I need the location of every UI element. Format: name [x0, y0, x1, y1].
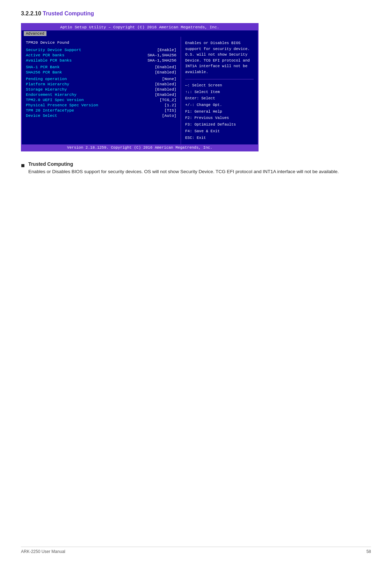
bios-help-text: Enables or Disables BIOS support for sec…	[185, 40, 254, 75]
bios-row-available-pcr[interactable]: Available PCR banks SHA-1,SHA256	[26, 58, 176, 63]
bios-nav-f4: F4: Save & Exit	[185, 128, 254, 135]
bios-nav-change: +/-: Change Opt.	[185, 102, 254, 108]
bios-row-platform-hierarchy[interactable]: Platform Hierarchy [Enabled]	[26, 82, 176, 86]
bios-row-sha1-bank[interactable]: SHA-1 PCR Bank [Enabled]	[26, 65, 176, 69]
bios-nav-f2: F2: Previous Values	[185, 115, 254, 121]
bios-nav-esc: ESC: Exit	[185, 135, 254, 141]
bios-divider	[185, 79, 254, 79]
footer-right: 58	[366, 549, 371, 554]
bios-row-physical-presence[interactable]: Physical Presence Spec Version [1.2]	[26, 103, 176, 107]
bullet-section: ■ Trusted Computing Enables or Disables …	[21, 161, 371, 176]
bios-title-bar: Aptio Setup Utility – Copyright (C) 2016…	[22, 24, 258, 30]
bios-row-endorsement-hierarchy[interactable]: Endorsement Hierarchy [Enabled]	[26, 92, 176, 97]
bullet-icon: ■	[21, 162, 25, 169]
bios-body: TPM20 Device Found Security Device Suppo…	[22, 37, 258, 144]
bios-row-tpm20-interface[interactable]: TPM 20 InterfaceType [TIS]	[26, 108, 176, 113]
bios-nav-f1: F1: General Help	[185, 108, 254, 115]
bios-row-security-device[interactable]: Security Device Support [Enable]	[26, 48, 176, 52]
section-title: Trusted Computing	[43, 10, 94, 16]
page-footer: ARK-2250 User Manual 58	[21, 547, 371, 554]
bios-row-storage-hierarchy[interactable]: Storage Hierarchy [Enabled]	[26, 87, 176, 92]
bios-tpm-found: TPM20 Device Found	[26, 40, 176, 45]
bios-container: Aptio Setup Utility – Copyright (C) 2016…	[21, 23, 259, 151]
bios-row-pending-op[interactable]: Pending operation [None]	[26, 77, 176, 81]
bios-nav-help: ↔: Select Screen ↑↓: Select Item Enter: …	[185, 82, 254, 141]
section-number: 3.2.2.10	[21, 10, 41, 16]
bullet-content: Trusted Computing Enables or Disables BI…	[28, 161, 339, 176]
bios-left-panel: TPM20 Device Found Security Device Suppo…	[22, 37, 181, 144]
bios-nav-select-screen: ↔: Select Screen	[185, 82, 254, 89]
bullet-title: Trusted Computing	[28, 161, 339, 167]
bios-right-panel: Enables or Disables BIOS support for sec…	[181, 37, 258, 144]
bios-tab-advanced[interactable]: Advanced	[24, 31, 46, 36]
bios-row-active-pcr[interactable]: Active PCR banks SHA-1,SHA256	[26, 53, 176, 57]
bios-row-sha256-bank[interactable]: SHA256 PCR Bank [Enabled]	[26, 70, 176, 74]
section-heading: 3.2.2.10 Trusted Computing	[21, 10, 371, 17]
bullet-description: Enables or Disables BIOS support for sec…	[28, 168, 339, 176]
bios-row-tpm20-uefi[interactable]: TPM2.0 UEFI Spec Version [TCG_2]	[26, 98, 176, 102]
bios-nav-enter: Enter: Select	[185, 95, 254, 102]
bios-tab-bar: Advanced	[22, 30, 258, 37]
bios-row-device-select[interactable]: Device Select [Auto]	[26, 113, 176, 118]
bios-footer: Version 2.18.1259. Copyright (C) 2016 Am…	[22, 144, 258, 151]
bios-nav-select-item: ↑↓: Select Item	[185, 89, 254, 95]
bios-nav-f3: F3: Optimized Defaults	[185, 121, 254, 128]
footer-left: ARK-2250 User Manual	[21, 549, 65, 554]
